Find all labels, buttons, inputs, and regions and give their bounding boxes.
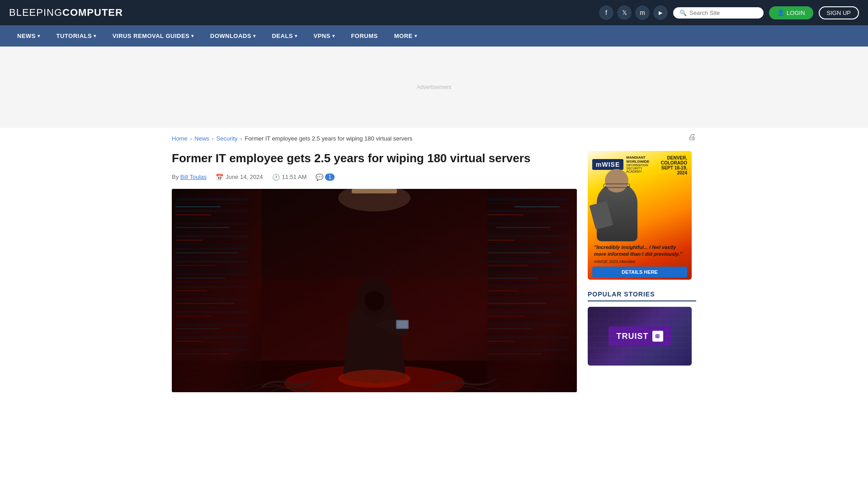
svg-rect-111	[172, 279, 577, 392]
comments-badge[interactable]: 💬 1	[316, 174, 335, 181]
nav-downloads[interactable]: DOWNLOADS ▾	[202, 25, 264, 47]
breadcrumb-news[interactable]: News	[194, 135, 209, 142]
site-logo[interactable]: BLEEPINGCOMPUTER	[9, 7, 123, 19]
chevron-down-icon: ▾	[295, 33, 297, 38]
search-icon: 🔍	[679, 9, 687, 16]
social-icons-group: f 𝕏 m ▶	[599, 5, 668, 20]
article-date-item: 📅 June 14, 2024	[216, 174, 263, 181]
ad-cta-button[interactable]: DETAILS HERE	[592, 267, 687, 277]
article-by: By Bill Toulas	[172, 174, 207, 180]
popular-stories-section: POPULAR STORIES TRUIST ⊞	[588, 291, 696, 366]
top-ad-banner: Advertisement	[0, 47, 868, 128]
article-date: June 14, 2024	[226, 174, 263, 180]
nav-virus-removal[interactable]: VIRUS REMOVAL GUIDES ▾	[104, 25, 202, 47]
header-right: f 𝕏 m ▶ 🔍 👤 LOGIN SIGN UP	[599, 5, 859, 20]
nav-forums[interactable]: FORUMS	[343, 25, 386, 47]
breadcrumb-current: Former IT employee gets 2.5 years for wi…	[245, 135, 412, 142]
search-input[interactable]	[689, 9, 757, 16]
popular-stories-title: POPULAR STORIES	[588, 291, 696, 301]
article-sidebar: mWISE MANDIANT WORLDWIDE INFORMATION SEC…	[588, 151, 696, 392]
facebook-icon[interactable]: f	[599, 5, 613, 20]
comment-icon: 💬	[316, 174, 323, 181]
nav-news[interactable]: NEWS ▾	[9, 25, 48, 47]
site-header: BLEEPINGCOMPUTER f 𝕏 m ▶ 🔍 👤 LOGIN SIGN …	[0, 0, 868, 25]
breadcrumb-row: Home › News › Security › Former IT emplo…	[172, 128, 696, 146]
calendar-icon: 📅	[216, 174, 223, 181]
nav-vpns[interactable]: VPNS ▾	[306, 25, 343, 47]
chevron-down-icon: ▾	[38, 33, 40, 38]
popular-story-thumb[interactable]: TRUIST ⊞	[588, 307, 692, 366]
ad-logo-text: MANDIANT WORLDWIDE	[626, 155, 654, 164]
signup-button[interactable]: SIGN UP	[819, 6, 859, 19]
user-icon: 👤	[777, 9, 784, 16]
ad-date-range: SEPT 18-19, 2024	[654, 165, 687, 175]
article-time-item: 🕐 11:51 AM	[272, 174, 307, 181]
twitter-icon[interactable]: 𝕏	[617, 5, 632, 20]
chevron-down-icon: ▾	[253, 33, 256, 38]
breadcrumb-sep-3: ›	[241, 136, 242, 141]
chevron-down-icon: ▾	[415, 33, 417, 38]
breadcrumb: Home › News › Security › Former IT emplo…	[172, 128, 412, 146]
clock-icon: 🕐	[272, 174, 280, 181]
ad-attrib: mWISE 2023 Attendee	[594, 259, 685, 264]
signup-label: SIGN UP	[827, 9, 851, 16]
article-main: Former IT employee gets 2.5 years for wi…	[172, 151, 577, 392]
mastodon-icon[interactable]: m	[635, 5, 650, 20]
nav-more[interactable]: MORE ▾	[386, 25, 425, 47]
breadcrumb-security[interactable]: Security	[217, 135, 238, 142]
nav-deals[interactable]: DEALS ▾	[264, 25, 305, 47]
chevron-down-icon: ▾	[332, 33, 335, 38]
article-title: Former IT employee gets 2.5 years for wi…	[172, 151, 577, 166]
article-hero-image	[172, 189, 577, 392]
ad-brand: mWISE	[592, 159, 623, 170]
page-layout: Former IT employee gets 2.5 years for wi…	[172, 151, 696, 392]
nav-tutorials[interactable]: TUTORIALS ▾	[48, 25, 104, 47]
sidebar-ad: mWISE MANDIANT WORLDWIDE INFORMATION SEC…	[588, 151, 692, 280]
youtube-icon[interactable]: ▶	[653, 5, 668, 20]
article-time: 11:51 AM	[282, 174, 307, 180]
article-author[interactable]: Bill Toulas	[180, 174, 207, 180]
login-label: LOGIN	[787, 9, 805, 16]
search-bar[interactable]: 🔍	[673, 7, 764, 19]
comments-count: 1	[325, 174, 335, 181]
logo-bold: COMPUTER	[62, 7, 123, 18]
logo-light: BLEEPING	[9, 7, 62, 18]
main-nav: NEWS ▾ TUTORIALS ▾ VIRUS REMOVAL GUIDES …	[0, 25, 868, 47]
ad-quote: "Incredibly insightful... I feel vastly …	[594, 244, 685, 258]
breadcrumb-sep-2: ›	[212, 136, 214, 141]
article-meta: By Bill Toulas 📅 June 14, 2024 🕐 11:51 A…	[172, 174, 577, 181]
chevron-down-icon: ▾	[94, 33, 96, 38]
content-wrapper: Home › News › Security › Former IT emplo…	[163, 128, 705, 392]
ad-subtitle: INFORMATION SECURITY ACADEMY	[626, 164, 654, 173]
breadcrumb-home[interactable]: Home	[172, 135, 188, 142]
ad-location: DENVER, COLORADO	[654, 155, 687, 165]
login-button[interactable]: 👤 LOGIN	[769, 6, 813, 19]
breadcrumb-sep-1: ›	[190, 136, 192, 141]
print-icon[interactable]: 🖨	[688, 132, 696, 142]
chevron-down-icon: ▾	[191, 33, 194, 38]
